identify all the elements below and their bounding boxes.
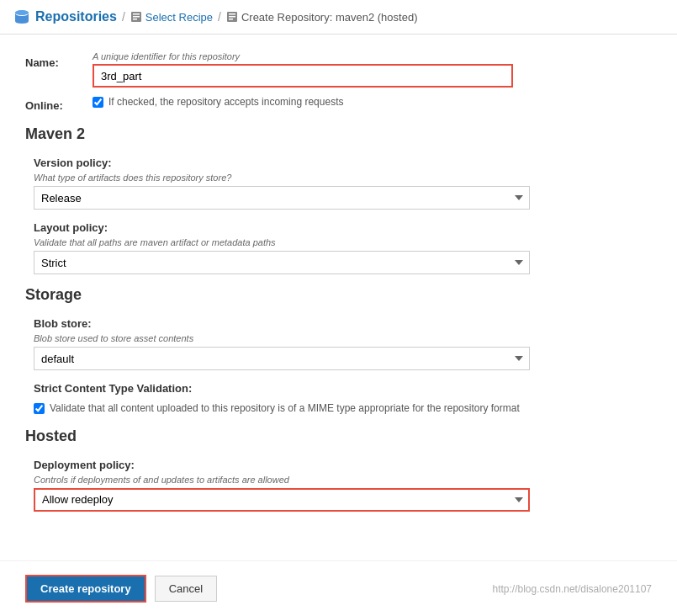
online-hint: If checked, the repository accepts incom… [108, 96, 343, 108]
name-hint: A unique identifier for this repository [93, 51, 652, 61]
strict-content-label: Strict Content Type Validation: [34, 382, 652, 395]
name-row: Name: A unique identifier for this repos… [25, 51, 652, 88]
blob-store-select[interactable]: default [34, 347, 530, 370]
deployment-policy-select[interactable]: Allow redeploy Disable redeploy Read-onl… [34, 488, 530, 512]
repo-icon [226, 11, 238, 23]
blob-store-label: Blob store: [34, 317, 652, 330]
svg-rect-9 [229, 19, 233, 20]
svg-rect-3 [133, 13, 140, 15]
svg-rect-4 [133, 16, 140, 18]
strict-content-checkbox[interactable] [34, 403, 45, 414]
create-repository-button[interactable]: Create repository [25, 575, 146, 603]
blob-store-select-wrapper: default [34, 347, 530, 370]
online-label: Online: [25, 96, 93, 112]
storage-section-title: Storage [25, 286, 652, 307]
strict-content-section: Strict Content Type Validation: Validate… [34, 382, 652, 416]
name-field: A unique identifier for this repository [93, 51, 652, 88]
layout-policy-select-wrapper: Strict Permissive [34, 251, 530, 274]
name-label: Name: [25, 51, 93, 69]
svg-rect-5 [133, 19, 137, 20]
svg-rect-8 [229, 16, 235, 18]
online-checkbox[interactable] [93, 97, 103, 108]
breadcrumb-current: Create Repository: maven2 (hosted) [226, 11, 418, 24]
bottom-bar: Create repository Cancel http://blog.csd… [0, 560, 677, 616]
online-row: Online: If checked, the repository accep… [25, 96, 652, 112]
page-container: Repositories / Select Recipe / Create Re… [0, 0, 677, 616]
breadcrumb: Repositories / Select Recipe / Create Re… [0, 0, 677, 35]
blob-store-section: Blob store: Blob store used to store ass… [34, 317, 652, 370]
database-icon [13, 8, 30, 25]
layout-policy-section: Layout policy: Validate that all paths a… [34, 221, 652, 274]
breadcrumb-sep2: / [218, 10, 221, 24]
layout-policy-hint: Validate that all paths are maven artifa… [34, 237, 652, 247]
deployment-policy-section: Deployment policy: Controls if deploymen… [34, 459, 652, 512]
hosted-section-title: Hosted [25, 427, 652, 449]
layout-policy-label: Layout policy: [34, 221, 652, 234]
layout-policy-select[interactable]: Strict Permissive [34, 251, 530, 274]
blob-store-hint: Blob store used to store asset contents [34, 333, 652, 343]
svg-rect-7 [229, 13, 235, 15]
version-policy-select[interactable]: Release Snapshot Mixed [34, 186, 530, 210]
breadcrumb-repositories[interactable]: Repositories [35, 9, 117, 24]
recipe-icon [130, 11, 142, 23]
version-policy-label: Version policy: [34, 157, 652, 169]
maven2-section-title: Maven 2 [25, 125, 652, 146]
cancel-button[interactable]: Cancel [155, 576, 217, 602]
version-policy-section: Version policy: What type of artifacts d… [34, 157, 652, 210]
breadcrumb-select-recipe[interactable]: Select Recipe [130, 11, 213, 24]
deployment-policy-hint: Controls if deployments of and updates t… [34, 475, 652, 485]
strict-content-row: Validate that all content uploaded to th… [34, 401, 652, 416]
version-policy-select-wrapper: Release Snapshot Mixed [34, 186, 530, 210]
online-checkbox-row: If checked, the repository accepts incom… [93, 96, 343, 108]
strict-content-hint: Validate that all content uploaded to th… [50, 401, 520, 416]
breadcrumb-sep1: / [122, 10, 125, 24]
deployment-policy-select-wrapper: Allow redeploy Disable redeploy Read-onl… [34, 488, 530, 512]
content-area: Name: A unique identifier for this repos… [0, 35, 677, 560]
svg-point-1 [15, 10, 29, 15]
version-policy-hint: What type of artifacts does this reposit… [34, 173, 652, 183]
watermark: http://blog.csdn.net/disalone201107 [493, 583, 652, 595]
deployment-policy-label: Deployment policy: [34, 459, 652, 471]
name-input[interactable] [93, 64, 513, 88]
